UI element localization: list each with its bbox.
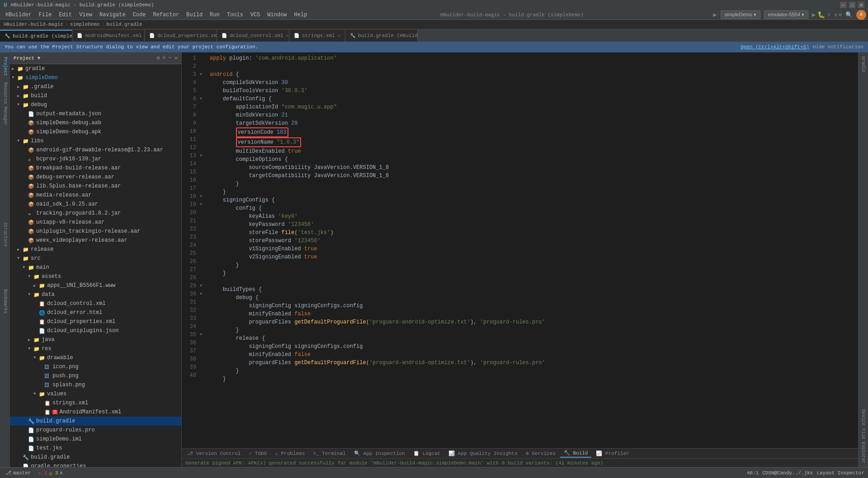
tab-dcloud-control[interactable]: 📄 dcloud_control.xml ✕ [217,30,289,42]
tree-item-dcloud-uniplugins[interactable]: 📄 dcloud_uniplugins.json [10,326,181,335]
tree-item-assets[interactable]: ▼ 📁 assets [10,272,181,281]
tab-build-gradle-simpledemo[interactable]: 🔧 build.gradle (simpleDemo) ✕ [0,30,72,42]
bookmarks-tab[interactable]: Bookmarks [2,286,9,316]
sync-icon[interactable]: ↻ [835,12,838,18]
menu-code[interactable]: Code [129,11,150,19]
menu-file[interactable]: File [35,11,56,19]
menu-window[interactable]: Window [264,11,290,19]
tab-todo[interactable]: ✓ TODO [245,450,271,457]
tree-item-simpledemo-iml[interactable]: 📄 simpleDemo.iml [10,435,181,444]
tab-problems[interactable]: ⚠ Problems [271,450,308,457]
tree-item-data[interactable]: ▼ 📁 data [10,290,181,299]
tab-build-gradle-hbuilder[interactable]: 🔧 build.gradle (HBuilder-build-magic) ✕ [345,30,418,42]
tree-item-strings-xml[interactable]: 📋 strings.xml [10,398,181,408]
tab-close-3[interactable]: ✕ [286,33,289,38]
tree-item-breakpad[interactable]: 📦 breakpad-build-release.aar [10,164,181,173]
tree-item-push-png[interactable]: 🖼 push.png [10,371,181,380]
tree-item-testjks[interactable]: 📄 test.jks [10,444,181,453]
minimize-button[interactable]: ─ [840,2,846,8]
tab-services[interactable]: ⚙ Services [522,450,559,457]
breadcrumb-file[interactable]: build.gradle [106,22,142,27]
debug-icon[interactable]: 🐛 [817,11,825,19]
tree-item-libs[interactable]: ▼ 📁 libs [10,136,181,145]
tree-item-uniapp[interactable]: 📦 uniapp-v8-release.aar [10,218,181,227]
status-warnings[interactable]: ⚠ 1 △ 3 ∧ [37,469,65,477]
gradle-panel-tab[interactable]: Gradle [859,52,868,76]
tree-item-splash-png[interactable]: 🖼 splash.png [10,380,181,389]
tree-item-src[interactable]: ▼ 📁 src [10,254,181,263]
tree-item-media[interactable]: 📦 media-release.aar [10,191,181,200]
menu-view[interactable]: View [75,11,96,19]
menu-help[interactable]: Help [291,11,311,19]
menu-edit[interactable]: Edit [55,11,75,19]
tree-item-debug[interactable]: ▼ 📁 debug [10,100,181,109]
tab-dcloud-properties[interactable]: 📄 dcloud_properties.xml ✕ [145,30,217,42]
tree-item-bcprov[interactable]: ☕ bcprov-jdk16-139.jar [10,155,181,164]
breadcrumb-project[interactable]: simpleDemo [70,22,100,27]
tree-item-build[interactable]: ▶ 📁 build [10,91,181,100]
tree-item-dotgradle[interactable]: ▶ 📁 .gradle [10,82,181,91]
build-controls[interactable]: ▶ 🐛 ⚡ [812,11,831,19]
tab-profiler[interactable]: 📈 Profiler [592,450,632,457]
menu-build[interactable]: Build [183,11,206,19]
tab-close-4[interactable]: ✕ [338,33,340,38]
code-content[interactable]: apply plugin: 'com.android.application' … [206,52,858,448]
structure-tab[interactable]: Structure [2,220,9,249]
tree-item-proguard[interactable]: 📄 proguard-rules.pro [10,426,181,435]
profile-icon[interactable]: ⚡ [827,11,830,19]
tree-item-colors-xml[interactable]: 📋 ! AndroidManifest.xml [10,408,181,417]
device-file-explorer-tab[interactable]: Device File Explorer [859,406,868,467]
tab-terminal[interactable]: >_ Terminal [309,450,349,457]
tab-version-control[interactable]: ⎇ Version Control [184,450,245,457]
close-button[interactable]: ✕ [858,2,864,8]
panel-expand-icon[interactable]: ≡ [162,55,165,61]
maximize-button[interactable]: □ [849,2,855,8]
run-config-button[interactable]: simpleDemo ▾ [721,10,760,19]
tree-item-weex[interactable]: 📦 weex_videoplayer-release.aar [10,236,181,245]
tree-item-apps-uni[interactable]: ▶ 📁 apps__UNI_B5566F1.www [10,281,181,290]
tree-item-java[interactable]: ▶ 📁 java [10,335,181,344]
panel-close-icon[interactable]: ✕ [175,55,178,61]
menu-vcs[interactable]: VCS [247,11,264,19]
tree-item-aab[interactable]: 📦 simpleDemo-debug.aab [10,118,181,127]
tree-item-icon-png[interactable]: 🖼 icon.png [10,362,181,371]
tree-item-build-gradle[interactable]: 🔧 build.gradle [10,417,181,426]
notification-hide-link[interactable]: Hide notification [813,44,863,50]
tree-item-uniplugin[interactable]: 📦 uniplugin_trackingio-release.aar [10,227,181,236]
menu-hbuilder[interactable]: HBuilder [2,11,35,19]
tree-item-main[interactable]: ▼ 📁 main [10,263,181,272]
tree-item-gradle[interactable]: ▶ 📁 gradle [10,64,181,73]
menu-tools[interactable]: Tools [223,11,247,19]
tree-item-oaid[interactable]: 📦 oaid_sdk_1.0.25.aar [10,200,181,209]
panel-collapse-icon[interactable]: — [169,55,172,61]
tree-item-output-meta[interactable]: 📄 output-metadata.json [10,109,181,118]
tab-app-quality[interactable]: 📊 App Quality Insights [445,450,521,457]
tree-item-apk[interactable]: 📦 simpleDemo-debug.apk [10,127,181,136]
tree-item-lib5plus[interactable]: 📦 lib.5plus.base-release.aar [10,182,181,191]
tab-build[interactable]: 🔨 Build [560,449,592,458]
tab-app-inspection[interactable]: 🔍 App Inspection [350,450,409,457]
menu-refactor[interactable]: Refactor [149,11,183,19]
status-git[interactable]: ⎇ master [4,469,33,477]
tree-item-gradle-properties[interactable]: 📄 gradle.properties [10,462,181,467]
notification-open-link[interactable]: Open (Ctrl+Alt+Shift+S) [741,44,809,50]
tab-logcat[interactable]: 📋 Logcat [410,450,444,457]
tree-item-dcloud-control-xml[interactable]: 📋 dcloud_control.xml [10,299,181,308]
window-controls[interactable]: ─ □ ✕ [840,2,864,8]
tree-item-drawable[interactable]: ▼ 📁 drawable [10,353,181,362]
tree-item-root-build-gradle[interactable]: 🔧 build.gradle [10,453,181,462]
avatar[interactable]: A [856,10,866,20]
tab-strings[interactable]: 📄 strings.xml ✕ [289,30,345,42]
project-panel-tab[interactable]: Project [2,54,9,79]
tree-item-simpledemo[interactable]: ▼ 📁 simpleDemo [10,73,181,82]
tree-item-dcloud-error[interactable]: 🌐 dcloud_error.html [10,308,181,317]
settings-icon[interactable]: ⚙ [839,12,842,18]
tree-item-res[interactable]: ▼ 📁 res [10,344,181,353]
tab-androidmanifest[interactable]: 📄 AndroidManifest.xml ✕ [72,30,145,42]
emulator-button[interactable]: emulator-5554 ▾ [764,10,808,19]
tree-item-release[interactable]: ▶ 📁 release [10,245,181,254]
breadcrumb-root[interactable]: HBuilder-build-magic [4,22,63,27]
tree-item-gif[interactable]: 📦 android-gif-drawable-release@1.2.23.aa… [10,145,181,155]
tree-item-dcloud-props-xml[interactable]: 📋 dcloud_properties.xml [10,317,181,326]
search-icon[interactable]: 🔍 [845,11,853,19]
